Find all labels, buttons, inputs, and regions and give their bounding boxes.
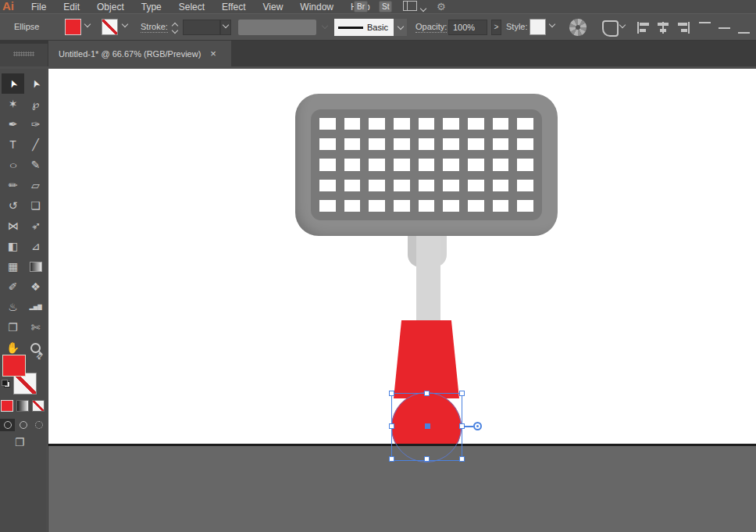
stroke-weight-dropdown[interactable] — [220, 20, 231, 35]
line-segment-tool[interactable]: ╱ — [24, 134, 47, 155]
handle-bottom-left[interactable] — [389, 456, 394, 462]
handle-bottom-center[interactable] — [424, 456, 430, 462]
menu-type[interactable]: Type — [141, 2, 162, 12]
artboard-canvas[interactable] — [48, 69, 756, 532]
menu-select[interactable]: Select — [179, 2, 205, 12]
vertical-align-top-icon[interactable] — [698, 22, 713, 34]
paintbrush-tool[interactable]: ✎ — [24, 155, 47, 175]
horizontal-align-right-icon-part — [681, 29, 687, 32]
close-icon[interactable]: × — [210, 50, 216, 58]
vertical-align-center-icon[interactable] — [718, 22, 733, 34]
menu-file[interactable]: File — [31, 2, 46, 12]
magic-wand-tool-icon: ✶ — [9, 98, 18, 110]
eraser-tool[interactable]: ▱ — [24, 175, 47, 195]
scale-tool[interactable]: ❏ — [24, 195, 47, 216]
brush-definition-dropdown[interactable]: Basic — [334, 19, 394, 36]
color-button[interactable] — [1, 400, 13, 412]
eyedropper-tool[interactable]: ✐ — [2, 277, 24, 297]
opacity-panel-link[interactable]: Opacity: — [415, 22, 447, 33]
curvature-tool[interactable]: ✑ — [24, 114, 47, 134]
none-button[interactable] — [32, 400, 45, 412]
ellipse-tool[interactable]: ○ — [2, 155, 24, 175]
blend-tool[interactable]: ❖ — [24, 277, 47, 297]
draw-normal-mode-button[interactable] — [0, 419, 15, 431]
pie-angle-widget[interactable] — [473, 422, 482, 430]
symbol-sprayer-tool-icon: ♨ — [8, 301, 18, 313]
horizontal-align-right-icon-part — [678, 23, 687, 26]
rotate-tool[interactable]: ↺ — [2, 195, 24, 216]
pen-tool[interactable]: ✒ — [2, 114, 24, 134]
handle-top-center[interactable] — [424, 391, 430, 396]
mesh-tool[interactable]: ▦ — [2, 256, 24, 277]
width-profile-dropdown[interactable] — [238, 20, 316, 35]
horizontal-align-left-icon-part — [637, 22, 639, 34]
handle-middle-left[interactable] — [389, 423, 394, 429]
horizontal-align-left-icon[interactable] — [637, 22, 651, 34]
fill-indicator[interactable] — [2, 355, 26, 377]
opacity-flyout-button[interactable]: > — [491, 20, 501, 35]
shape-properties-icon[interactable] — [602, 20, 619, 37]
bridge-button[interactable]: Br — [354, 1, 368, 12]
horizontal-align-center-icon[interactable] — [656, 22, 671, 34]
masher-handle-shape[interactable] — [394, 320, 459, 398]
type-tool[interactable]: T — [2, 134, 24, 155]
vertical-align-bottom-icon[interactable] — [737, 22, 752, 34]
stroke-weight-field[interactable] — [183, 20, 220, 35]
drag-dots-icon — [13, 52, 34, 56]
pie-widget-stick — [465, 426, 473, 427]
recolor-artwork-icon[interactable] — [569, 19, 587, 36]
symbol-sprayer-tool[interactable]: ♨ — [2, 297, 24, 317]
handle-bottom-right[interactable] — [459, 456, 465, 462]
stroke-chevron-icon[interactable] — [122, 21, 128, 27]
draw-inside-mode-button[interactable] — [31, 419, 46, 431]
opacity-field[interactable]: 100% — [448, 20, 487, 35]
column-graph-tool[interactable]: ▂▅▇ — [24, 297, 47, 317]
magic-wand-tool[interactable]: ✶ — [2, 94, 24, 114]
masher-head-shape[interactable] — [295, 94, 558, 236]
menu-edit[interactable]: Edit — [63, 2, 80, 12]
menu-view[interactable]: View — [263, 2, 284, 12]
lasso-tool[interactable]: ℘ — [24, 94, 47, 114]
vertical-align-bottom-icon-part — [738, 32, 750, 34]
handle-middle-right[interactable] — [459, 423, 465, 429]
horizontal-align-right-icon[interactable] — [676, 22, 690, 34]
handle-top-right[interactable] — [459, 391, 465, 396]
direct-selection-tool[interactable]: ➤ — [24, 73, 47, 94]
workspace-switcher[interactable] — [403, 0, 425, 14]
fill-chevron-icon[interactable] — [84, 21, 91, 27]
document-tab[interactable]: Untitled-1* @ 66.67% (RGB/Preview) × — [48, 41, 231, 66]
perspective-grid-tool[interactable]: ⊿ — [24, 236, 47, 256]
menu-effect[interactable]: Effect — [222, 2, 245, 12]
gradient-tool[interactable] — [24, 256, 47, 277]
width-tool-icon: ⋈ — [8, 220, 19, 232]
gradient-button[interactable] — [16, 400, 29, 412]
screen-mode-icon[interactable]: ❐ — [15, 436, 25, 448]
puppet-warp-tool[interactable]: ➳ — [24, 216, 47, 236]
shape-builder-tool[interactable]: ◧ — [2, 236, 24, 256]
chevron-down-icon[interactable] — [619, 22, 626, 28]
masher-shaft-shape[interactable] — [416, 236, 440, 322]
width-tool[interactable]: ⋈ — [2, 216, 24, 236]
fill-color-swatch[interactable] — [65, 19, 81, 35]
style-chevron-icon[interactable] — [549, 21, 555, 27]
stroke-panel-link[interactable]: Stroke: — [141, 22, 168, 33]
menu-window[interactable]: Window — [300, 2, 333, 12]
selection-center-point[interactable] — [425, 423, 430, 429]
stock-button[interactable]: St — [379, 1, 392, 12]
handle-top-left[interactable] — [389, 391, 394, 396]
menu-object[interactable]: Object — [97, 2, 124, 12]
draw-behind-mode-button[interactable] — [16, 419, 30, 431]
shaper-tool[interactable]: ✏ — [2, 175, 24, 195]
graphic-style-swatch[interactable] — [530, 19, 546, 35]
stroke-color-swatch[interactable] — [102, 19, 118, 35]
vertical-align-top-icon-part — [699, 22, 711, 23]
slice-tool[interactable]: ✄ — [24, 317, 47, 337]
default-fill-stroke-icon[interactable] — [2, 380, 10, 387]
artboard-tool[interactable]: ❐ — [2, 317, 24, 337]
document-tab-bar: Untitled-1* @ 66.67% (RGB/Preview) × — [0, 41, 756, 69]
brush-dropdown-button[interactable] — [394, 19, 407, 36]
stroke-weight-stepper[interactable] — [170, 20, 180, 35]
toolbar-panel-header[interactable] — [0, 41, 48, 69]
selection-tool[interactable]: ➤ — [2, 73, 24, 94]
gear-icon[interactable]: ⚙ — [437, 1, 446, 12]
